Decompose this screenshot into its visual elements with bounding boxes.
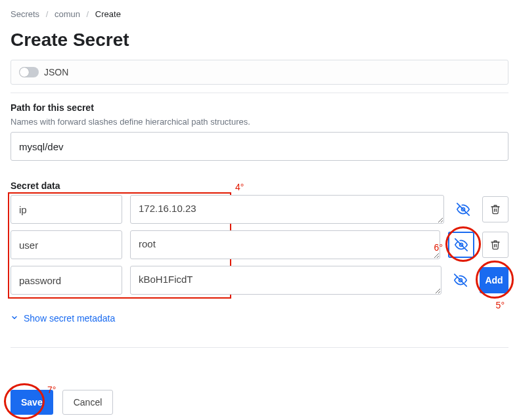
secret-row: kBoH1FicdT Add 5°: [11, 266, 508, 295]
secret-key-input[interactable]: [11, 230, 122, 259]
secret-data-label: Secret data: [11, 180, 508, 191]
secret-row: root 6°: [11, 230, 508, 259]
cancel-button[interactable]: Cancel: [62, 390, 114, 415]
secret-row: 172.16.10.23: [11, 195, 508, 224]
annotation-label-5: 5°: [496, 300, 505, 310]
path-helper: Names with forward slashes define hierar…: [11, 117, 508, 127]
secret-key-input[interactable]: [11, 266, 122, 295]
trash-icon[interactable]: [482, 232, 508, 258]
divider: [11, 347, 508, 348]
show-metadata-link[interactable]: Show secret metadata: [11, 313, 508, 324]
secret-value-input[interactable]: [130, 230, 440, 259]
breadcrumb-current: Create: [95, 9, 121, 19]
path-label: Path for this secret: [11, 102, 508, 113]
breadcrumb-root[interactable]: Secrets: [11, 9, 39, 19]
eye-off-icon[interactable]: [449, 266, 472, 295]
json-toggle[interactable]: [19, 67, 39, 77]
page-title: Create Secret: [11, 30, 508, 51]
json-toggle-bar: JSON: [11, 60, 508, 85]
secret-value-input[interactable]: [130, 195, 444, 224]
path-input[interactable]: [11, 132, 508, 161]
json-toggle-label: JSON: [44, 67, 68, 77]
breadcrumb: Secrets / comun / Create: [11, 7, 508, 24]
eye-off-icon[interactable]: [452, 195, 474, 224]
divider: [11, 93, 508, 93]
secret-key-input[interactable]: [11, 195, 122, 224]
save-button[interactable]: Save: [11, 390, 53, 415]
secret-value-input[interactable]: [130, 266, 441, 295]
secret-data-rows: 4° 172.16.10.23 root: [11, 195, 508, 295]
chevron-down-icon: [11, 314, 18, 324]
breadcrumb-mid[interactable]: comun: [55, 9, 80, 19]
show-metadata-label: Show secret metadata: [24, 313, 115, 324]
eye-off-icon[interactable]: [448, 232, 474, 258]
add-button[interactable]: Add: [480, 267, 508, 293]
trash-icon[interactable]: [482, 196, 508, 222]
